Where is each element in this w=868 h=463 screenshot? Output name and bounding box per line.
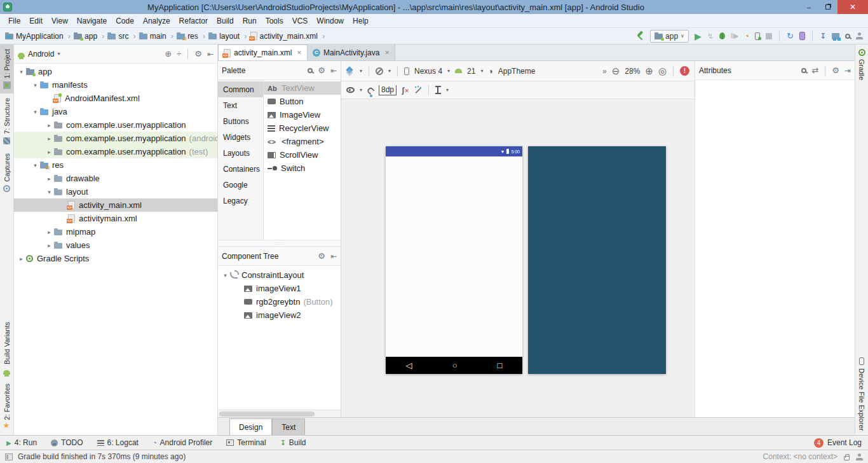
event-log-button[interactable]: 4 Event Log [814,438,862,448]
tool-window-button[interactable]: Build [280,438,306,447]
menu-item[interactable]: File [4,15,25,27]
project-tree-row[interactable]: app [14,65,217,78]
gear-icon[interactable] [194,49,202,59]
project-structure-button[interactable] [832,33,839,39]
palette-category[interactable]: Legacy [218,193,263,209]
attach-debugger-button[interactable] [755,32,760,40]
tool-window-tab[interactable]: Device File Explorer [855,353,868,435]
project-tree-row[interactable]: activity_main.xml [14,198,217,212]
tab-mainactivity-java[interactable]: C MainActivity.java ✕ [308,45,395,60]
orientation-icon[interactable] [376,67,383,75]
chevron-down-icon[interactable]: ▾ [446,87,449,93]
locate-file-button[interactable] [165,49,172,59]
component-tree-row[interactable]: imageView2 [218,308,341,322]
profile-button[interactable] [745,32,749,41]
chevron-icon[interactable] [44,149,54,155]
search-everywhere-button[interactable] [845,34,850,39]
component-tree-row[interactable]: imageView1 [218,282,341,295]
toolwindow-toggle-icon[interactable] [5,453,13,460]
menu-item[interactable]: Run [238,15,261,27]
project-tree-row[interactable]: manifests [14,78,217,92]
menu-item[interactable]: Help [348,15,373,27]
panel-splitter[interactable]: ::::: [218,240,341,247]
errors-warning-badge[interactable] [680,66,689,76]
project-tree-row[interactable]: com.example.user.myapplication (test) [14,145,217,158]
highlighting-level-icon[interactable] [856,453,863,460]
clear-constraints-button[interactable]: ʃ✕ [402,85,409,95]
chevron-icon[interactable] [31,162,40,169]
search-icon[interactable] [801,68,806,73]
menu-item[interactable]: View [47,15,72,27]
menu-item[interactable]: Analyze [139,15,175,27]
tool-window-button[interactable]: Terminal [226,438,266,447]
device-select[interactable]: Nexus 4 [414,67,442,76]
tool-window-button[interactable]: Android Profiler [153,438,212,447]
minimize-button[interactable]: – [799,0,818,14]
chevron-icon[interactable] [220,272,230,279]
project-view-selector[interactable]: Android [28,50,54,59]
palette-category[interactable]: Containers [218,161,263,177]
chevron-down-icon[interactable]: ▾ [360,87,362,93]
run-button[interactable] [695,31,702,41]
api-level-select[interactable]: 21 [467,67,475,76]
breadcrumb-item[interactable]: MyApplication [5,31,72,41]
theme-select[interactable]: AppTheme [498,67,536,76]
breadcrumb-item[interactable]: activity_main.xml [250,31,327,41]
palette-category[interactable]: Google [218,177,263,193]
menu-item[interactable]: Tools [261,15,288,27]
hide-panel-button[interactable] [844,66,851,75]
tool-window-tab[interactable]: Captures [0,149,13,197]
close-button[interactable]: ✕ [837,0,868,14]
toolbar-overflow[interactable]: » [602,67,607,76]
project-tree-row[interactable]: com.example.user.myapplication (androidT… [14,132,217,145]
design-preview-phone[interactable]: ▼ 5:00 ◁ ○ □ [386,146,522,374]
chevron-icon[interactable] [44,122,54,128]
chevron-down-icon[interactable]: ▾ [447,68,450,74]
run-with-coverage-button[interactable] [731,32,739,40]
search-icon[interactable] [308,68,313,73]
zoom-out-button[interactable]: ⊖ [612,66,620,77]
tool-window-tab[interactable]: 1: Project [0,45,13,93]
design-surface-select-icon[interactable] [346,67,355,75]
tab-activity-main-xml[interactable]: activity_main.xml ✕ [218,45,308,60]
editor-mode-tab[interactable]: Text [272,418,305,435]
preview-content-area[interactable] [386,156,522,357]
palette-category[interactable]: Buttons [218,113,263,129]
collapse-all-button[interactable] [177,49,181,59]
project-tree-row[interactable]: layout [14,185,217,198]
menu-item[interactable]: Navigate [72,15,111,27]
avd-manager-button[interactable] [799,32,805,40]
sdk-manager-button[interactable] [820,32,826,41]
gear-icon[interactable] [318,251,325,261]
palette-category[interactable]: Common [218,81,263,97]
lock-icon[interactable] [844,456,850,460]
palette-item[interactable]: ImageView [264,108,341,121]
menu-item[interactable]: Edit [25,15,47,27]
hide-panel-button[interactable] [330,252,337,261]
hide-panel-button[interactable] [207,50,214,59]
tool-window-button[interactable]: TODO [51,438,83,447]
chevron-down-icon[interactable]: ▾ [360,68,362,74]
chevron-down-icon[interactable]: ▾ [480,68,483,74]
stop-button[interactable] [766,33,772,39]
close-icon[interactable]: ✕ [297,50,302,56]
component-tree-row[interactable]: rgb2greybtn (Button) [218,295,341,308]
profile-avatar-icon[interactable] [856,32,863,39]
default-margin-select[interactable]: 8dp [379,85,397,95]
editor-mode-tab[interactable]: Design [229,418,272,435]
autoconnect-icon[interactable] [366,86,374,95]
gear-icon[interactable] [318,66,325,75]
make-project-button[interactable] [635,32,644,41]
tool-window-button[interactable]: 4: Run [6,438,37,447]
debug-button[interactable] [719,32,725,39]
menu-item[interactable]: Window [312,15,348,27]
pack-align-icon[interactable] [435,86,441,94]
close-icon[interactable]: ✕ [384,50,390,56]
breadcrumb-item[interactable]: src [107,31,137,41]
scrollbar-thumb[interactable] [219,411,315,417]
breadcrumb-item[interactable]: app [74,31,106,41]
menu-item[interactable]: Refactor [175,15,212,27]
tool-window-tab[interactable]: 2: Favorites [0,379,13,435]
project-tree-row[interactable]: values [14,238,217,252]
horizontal-scrollbar[interactable] [218,410,341,417]
